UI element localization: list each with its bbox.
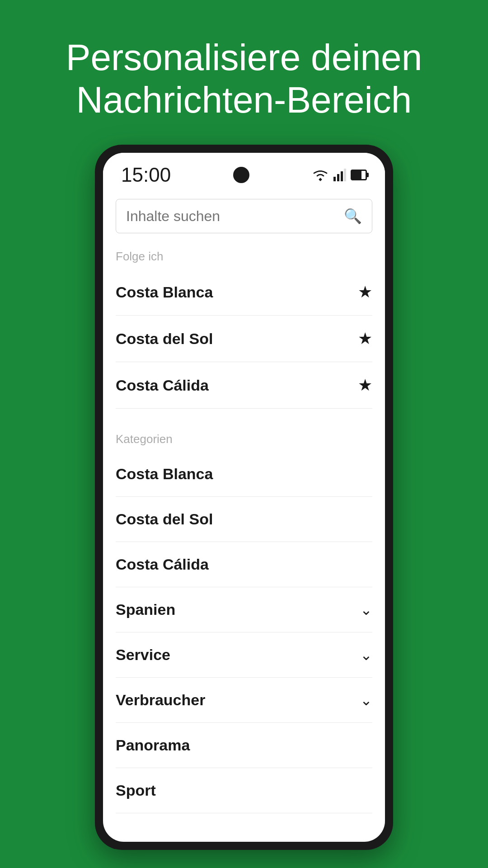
list-item-text: Verbraucher: [116, 691, 205, 709]
status-time: 15:00: [121, 164, 171, 186]
content-scroll[interactable]: Folge ich Costa Blanca ★ Costa del Sol ★…: [103, 242, 385, 842]
status-bar: 15:00: [103, 153, 385, 193]
phone-screen: 15:00: [103, 153, 385, 842]
list-item-text: Costa Cálida: [116, 377, 209, 394]
signal-icon: [333, 169, 346, 181]
svg-rect-4: [344, 169, 346, 181]
phone-mockup: 15:00: [95, 145, 393, 850]
search-input[interactable]: [126, 208, 344, 225]
search-bar[interactable]: 🔍: [116, 199, 372, 233]
list-item-text: Costa del Sol: [116, 330, 213, 348]
list-item[interactable]: Costa Cálida: [116, 542, 372, 587]
list-item[interactable]: Costa Blanca ★: [116, 269, 372, 316]
search-icon[interactable]: 🔍: [344, 208, 362, 225]
star-icon[interactable]: ★: [358, 329, 372, 348]
list-item-text: Panorama: [116, 736, 190, 754]
chevron-down-icon[interactable]: ⌄: [360, 692, 372, 709]
camera-dot: [233, 167, 249, 183]
list-item-text: Sport: [116, 782, 156, 799]
list-item[interactable]: Costa Cálida ★: [116, 362, 372, 409]
folge-ich-label: Folge ich: [116, 242, 372, 269]
list-item[interactable]: Costa Blanca: [116, 452, 372, 497]
svg-rect-2: [337, 174, 339, 181]
list-item-text: Service: [116, 646, 170, 664]
wifi-icon: [312, 169, 329, 181]
list-item-text: Costa Blanca: [116, 465, 213, 483]
kategorien-label: Kategorien: [116, 425, 372, 452]
list-item[interactable]: Costa del Sol ★: [116, 316, 372, 362]
list-item[interactable]: Spanien ⌄: [116, 587, 372, 632]
svg-rect-3: [341, 171, 343, 181]
hero-title: Personalisiere deinen Nachrichten-Bereic…: [0, 36, 488, 122]
list-item[interactable]: Service ⌄: [116, 632, 372, 678]
chevron-down-icon[interactable]: ⌄: [360, 646, 372, 664]
chevron-down-icon[interactable]: ⌄: [360, 601, 372, 618]
svg-rect-1: [333, 177, 336, 181]
list-item-text: Spanien: [116, 601, 175, 618]
list-item[interactable]: Costa del Sol: [116, 497, 372, 542]
star-icon[interactable]: ★: [358, 283, 372, 302]
list-item-text: Costa Blanca: [116, 283, 213, 301]
battery-icon: [351, 170, 367, 180]
search-container: 🔍: [103, 193, 385, 242]
status-icons: [312, 169, 367, 181]
phone-outer-frame: 15:00: [95, 145, 393, 850]
list-item-text: Costa Cálida: [116, 556, 209, 573]
list-item[interactable]: Sport: [116, 768, 372, 813]
list-item[interactable]: Panorama: [116, 723, 372, 768]
section-spacer: [116, 409, 372, 425]
list-item-text: Costa del Sol: [116, 510, 213, 528]
star-icon[interactable]: ★: [358, 376, 372, 395]
svg-point-0: [319, 179, 321, 181]
list-item[interactable]: Verbraucher ⌄: [116, 678, 372, 723]
